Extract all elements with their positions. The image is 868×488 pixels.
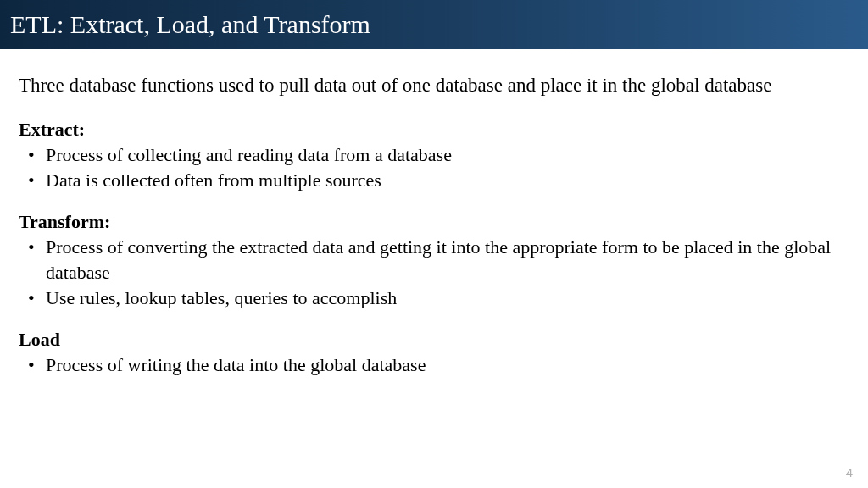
section-extract: Extract: Process of collecting and readi…	[19, 119, 849, 192]
list-item: Data is collected often from multiple so…	[19, 168, 849, 193]
list-item: Process of collecting and reading data f…	[19, 142, 849, 168]
section-transform: Transform: Process of converting the ext…	[19, 211, 849, 310]
page-number: 4	[846, 465, 853, 480]
slide-content: Three database functions used to pull da…	[0, 49, 868, 378]
intro-text: Three database functions used to pull da…	[19, 73, 849, 98]
slide-title: ETL: Extract, Load, and Transform	[10, 10, 370, 39]
slide-title-bar: ETL: Extract, Load, and Transform	[0, 0, 868, 49]
list-item: Process of converting the extracted data…	[19, 235, 849, 285]
bullet-list: Process of converting the extracted data…	[19, 235, 849, 310]
section-heading: Load	[19, 329, 849, 351]
section-heading: Transform:	[19, 211, 849, 233]
bullet-list: Process of writing the data into the glo…	[19, 352, 849, 378]
section-load: Load Process of writing the data into th…	[19, 329, 849, 378]
section-heading: Extract:	[19, 119, 849, 141]
list-item: Use rules, lookup tables, queries to acc…	[19, 286, 849, 311]
bullet-list: Process of collecting and reading data f…	[19, 142, 849, 192]
list-item: Process of writing the data into the glo…	[19, 352, 849, 378]
